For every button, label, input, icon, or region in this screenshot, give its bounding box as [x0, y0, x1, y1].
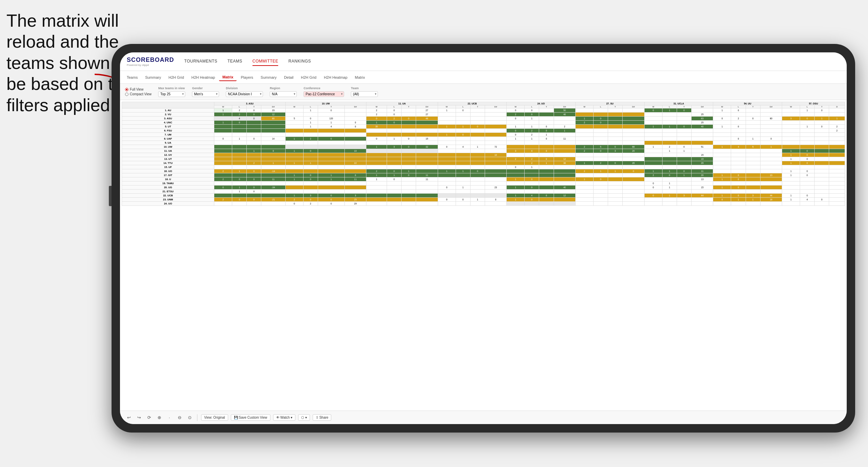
matrix-cell[interactable]: 2 — [644, 173, 662, 177]
matrix-cell[interactable] — [713, 129, 731, 133]
matrix-cell[interactable]: 4 — [232, 117, 247, 121]
matrix-cell[interactable] — [402, 129, 416, 133]
matrix-cell[interactable] — [214, 161, 232, 165]
matrix-cell[interactable] — [232, 145, 247, 149]
matrix-cell[interactable]: 2 — [525, 161, 539, 165]
matrix-cell[interactable] — [456, 173, 470, 177]
matrix-cell[interactable] — [644, 153, 662, 157]
matrix-cell[interactable] — [232, 161, 247, 165]
matrix-cell[interactable]: 1 — [782, 169, 800, 173]
matrix-cell[interactable] — [438, 190, 456, 194]
matrix-cell[interactable] — [760, 153, 782, 157]
matrix-cell[interactable]: 0 — [731, 194, 746, 198]
matrix-cell[interactable]: 1 — [303, 121, 318, 125]
matrix-cell[interactable]: 14 — [261, 137, 286, 141]
matrix-cell[interactable] — [387, 190, 402, 194]
matrix-cell[interactable]: 51 — [691, 145, 713, 149]
matrix-cell[interactable] — [485, 125, 507, 129]
matrix-cell[interactable]: 0 — [318, 198, 344, 202]
matrix-cell[interactable] — [760, 190, 782, 194]
matrix-cell[interactable] — [713, 181, 731, 186]
matrix-cell[interactable] — [485, 157, 507, 161]
matrix-cell[interactable] — [438, 157, 456, 161]
matrix-cell[interactable] — [815, 173, 829, 177]
matrix-cell[interactable]: 2 — [829, 129, 845, 133]
matrix-cell[interactable] — [366, 153, 387, 157]
matrix-cell[interactable]: 12 — [554, 157, 576, 161]
matrix-cell[interactable] — [507, 153, 525, 157]
matrix-cell[interactable]: 0 — [731, 108, 746, 113]
matrix-cell[interactable] — [539, 165, 554, 169]
matrix-cell[interactable]: 0 — [344, 173, 366, 177]
matrix-cell[interactable] — [662, 129, 677, 133]
matrix-cell[interactable] — [387, 194, 402, 198]
matrix-cell[interactable] — [677, 117, 691, 121]
matrix-cell[interactable] — [829, 121, 845, 125]
matrix-cell[interactable]: 0 — [303, 198, 318, 202]
matrix-cell[interactable]: 1 — [644, 125, 662, 129]
matrix-cell[interactable]: 11 — [416, 173, 438, 177]
matrix-cell[interactable] — [485, 165, 507, 169]
matrix-cell[interactable] — [344, 145, 366, 149]
matrix-cell[interactable]: 1 — [713, 108, 731, 113]
matrix-cell[interactable] — [608, 108, 623, 113]
matrix-cell[interactable] — [782, 181, 800, 186]
matrix-cell[interactable]: 1 — [677, 149, 691, 153]
matrix-cell[interactable]: 1 — [746, 198, 760, 202]
crosshair-button[interactable]: ⊙ — [186, 414, 193, 421]
matrix-cell[interactable]: 3 — [344, 194, 366, 198]
matrix-cell[interactable] — [416, 198, 438, 202]
matrix-cell[interactable]: 2 — [303, 202, 318, 206]
matrix-cell[interactable] — [623, 125, 645, 129]
matrix-cell[interactable] — [344, 157, 366, 161]
matrix-cell[interactable]: 1 — [387, 137, 402, 141]
matrix-cell[interactable] — [214, 149, 232, 153]
matrix-cell[interactable]: 1 — [782, 161, 800, 165]
matrix-cell[interactable] — [576, 194, 594, 198]
matrix-cell[interactable] — [232, 194, 247, 198]
matrix-cell[interactable]: 0 — [507, 133, 525, 137]
matrix-cell[interactable]: 0 — [366, 117, 387, 121]
matrix-cell[interactable] — [829, 169, 845, 173]
matrix-cell[interactable] — [760, 202, 782, 206]
matrix-cell[interactable]: 29 — [691, 161, 713, 165]
matrix-cell[interactable] — [402, 121, 416, 125]
matrix-cell[interactable]: 5 — [594, 145, 608, 149]
matrix-cell[interactable] — [285, 125, 303, 129]
matrix-cell[interactable]: 0 — [247, 198, 261, 202]
matrix-cell[interactable]: 1 — [456, 169, 470, 173]
matrix-cell[interactable] — [485, 194, 507, 198]
matrix-cell[interactable] — [608, 194, 623, 198]
matrix-cell[interactable] — [644, 165, 662, 169]
matrix-cell[interactable] — [594, 194, 608, 198]
matrix-cell[interactable]: 2 — [232, 113, 247, 117]
matrix-cell[interactable] — [800, 181, 815, 186]
matrix-cell[interactable]: 0 — [285, 202, 303, 206]
matrix-cell[interactable] — [746, 129, 760, 133]
matrix-cell[interactable] — [746, 181, 760, 186]
matrix-cell[interactable]: 1 — [303, 108, 318, 113]
matrix-cell[interactable] — [247, 173, 261, 177]
matrix-cell[interactable] — [713, 169, 731, 173]
matrix-cell[interactable] — [344, 153, 366, 157]
matrix-cell[interactable] — [829, 181, 845, 186]
matrix-cell[interactable] — [829, 194, 845, 198]
matrix-cell[interactable]: 20 — [623, 149, 645, 153]
matrix-cell[interactable]: 0 — [470, 169, 485, 173]
matrix-cell[interactable]: 1 — [232, 190, 247, 194]
matrix-cell[interactable]: 0 — [247, 190, 261, 194]
matrix-cell[interactable] — [815, 161, 829, 165]
matrix-cell[interactable] — [554, 145, 576, 149]
matrix-cell[interactable]: 0 — [303, 117, 318, 121]
matrix-cell[interactable] — [438, 149, 456, 153]
matrix-cell[interactable] — [815, 181, 829, 186]
matrix-cell[interactable] — [470, 186, 485, 190]
matrix-cell[interactable] — [594, 157, 608, 161]
matrix-cell[interactable] — [303, 113, 318, 117]
matrix-cell[interactable]: 0 — [644, 181, 662, 186]
matrix-cell[interactable] — [815, 133, 829, 137]
matrix-cell[interactable] — [677, 137, 691, 141]
matrix-cell[interactable] — [815, 157, 829, 161]
matrix-cell[interactable]: 0 — [746, 117, 760, 121]
matrix-cell[interactable] — [594, 137, 608, 141]
